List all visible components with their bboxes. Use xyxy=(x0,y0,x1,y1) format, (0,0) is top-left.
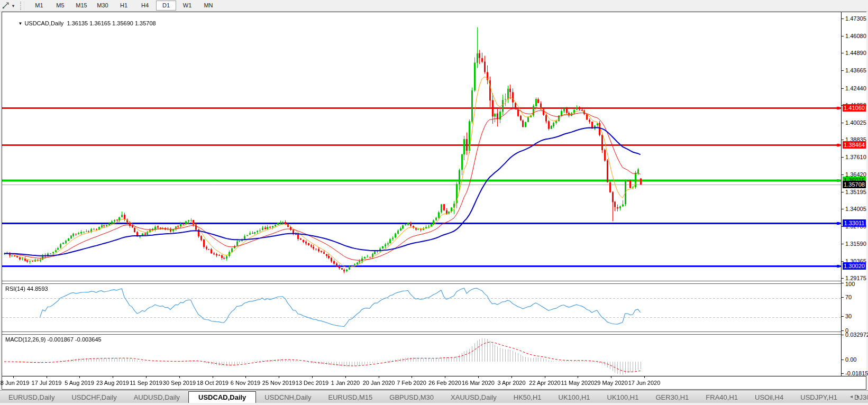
rsi-axis-tick-label: 70 xyxy=(845,294,852,301)
chart-tab-xauusd-daily[interactable]: XAUUSD,Daily xyxy=(442,392,505,403)
date-axis-label: 22 Apr 2020 xyxy=(529,380,560,386)
timeframe-button-h1[interactable]: H1 xyxy=(114,1,134,11)
timeframe-button-mn[interactable]: MN xyxy=(198,1,218,11)
price-axis-tick-label: 1.44890 xyxy=(845,50,866,57)
status-strip xyxy=(0,403,868,405)
chart-tab-eurusd-daily[interactable]: EURUSD,Daily xyxy=(0,392,63,403)
tab-scroll-arrows[interactable]: ◂▸ xyxy=(850,393,864,399)
chart-tab-usoil-h4[interactable]: USOil,H4 xyxy=(746,392,792,403)
macd-axis-tick xyxy=(842,360,844,360)
timeframe-toolbar: M1M5M15M30H1H4D1W1MN xyxy=(29,1,219,11)
date-axis-label: 20 Jan 2020 xyxy=(363,380,395,386)
current-price-tag: 1.35708 xyxy=(843,181,866,188)
date-axis-label: 30 Sep 2019 xyxy=(163,380,196,386)
price-axis-tick xyxy=(842,123,844,123)
chart-tab-fra40-h1[interactable]: FRA40,H1 xyxy=(697,392,746,403)
chart-tab-eurusd-m15[interactable]: EURUSD,M15 xyxy=(319,392,381,403)
macd-axis-tick-label: 0.032972 xyxy=(845,332,868,338)
chart-tab-ger30-h1[interactable]: GER30,H1 xyxy=(647,392,697,403)
date-axis-label: 29 May 2020 xyxy=(594,380,628,386)
date-axis-tick xyxy=(79,376,80,378)
chart-tab-uk100-h1[interactable]: UK100,H1 xyxy=(599,392,647,403)
timeframe-button-m5[interactable]: M5 xyxy=(50,1,70,11)
price-axis-tick xyxy=(842,19,844,19)
rsi-canvas[interactable] xyxy=(2,284,841,332)
chart-tab-audusd-daily[interactable]: AUDUSD,Daily xyxy=(125,392,188,403)
date-axis-tick xyxy=(245,376,246,378)
date-axis-tick xyxy=(312,376,313,378)
date-axis-tick xyxy=(644,376,645,378)
price-axis-tick xyxy=(842,157,844,158)
rsi-pane[interactable]: RSI(14) 44.8593 xyxy=(2,284,841,332)
price-axis-tick xyxy=(842,88,844,89)
rsi-axis-tick xyxy=(842,330,844,331)
price-axis-tick-label: 1.34005 xyxy=(845,206,866,213)
price-axis-tick xyxy=(842,261,844,262)
macd-axis-tick xyxy=(842,373,844,374)
timeframe-button-h4[interactable]: H4 xyxy=(135,1,155,11)
timeframe-button-m30[interactable]: M30 xyxy=(93,1,113,11)
rsi-axis-tick xyxy=(842,297,844,298)
chart-panes: ▼USDCAD,Daily 1.36135 1.36165 1.35690 1.… xyxy=(2,12,841,378)
chart-tab-usdcnh-daily[interactable]: USDCNH,Daily xyxy=(256,392,319,403)
price-chart-canvas[interactable] xyxy=(2,12,841,281)
date-axis-tick xyxy=(47,376,47,378)
chart-tool-icon[interactable] xyxy=(1,2,10,10)
date-axis-label: 11 May 2020 xyxy=(561,380,595,386)
chart-tool-dropdown-icon[interactable]: ▾ xyxy=(10,3,17,8)
date-axis-label: 3 Apr 2020 xyxy=(497,380,525,386)
price-axis-tick-label: 1.43665 xyxy=(845,67,866,74)
date-axis-label: 17 Jun 2020 xyxy=(628,380,661,386)
macd-axis-tick xyxy=(842,335,844,335)
date-axis-label: 16 Mar 2020 xyxy=(462,380,495,386)
price-axis-tick-label: 1.42440 xyxy=(845,85,866,92)
date-axis-tick xyxy=(179,376,180,378)
date-axis-tick xyxy=(478,376,479,378)
date-axis-label: 28 Jun 2019 xyxy=(0,380,29,386)
price-axis-tick xyxy=(842,53,844,53)
price-axis-tick xyxy=(842,70,844,71)
date-axis-tick xyxy=(113,376,113,378)
chart-tab-hk50-h1[interactable]: HK50,H1 xyxy=(505,392,550,403)
chart-tab-uk100-h1[interactable]: UK100,H1 xyxy=(550,392,599,403)
level-price-tag: 1.30020 xyxy=(843,262,866,270)
macd-axis-tick-label: 0.00 xyxy=(845,356,856,363)
chart-window: ▼USDCAD,Daily 1.36135 1.36165 1.35690 1.… xyxy=(2,12,866,390)
chart-tool-glyph xyxy=(2,2,9,9)
price-axis-tick-label: 1.37610 xyxy=(845,154,866,161)
date-axis-tick xyxy=(611,376,611,378)
macd-pane[interactable]: MACD(12,26,9) -0.001867 -0.003645 xyxy=(2,335,841,378)
date-axis-label: 7 Feb 2020 xyxy=(397,380,426,386)
rsi-axis-tick-label: 30 xyxy=(845,313,852,320)
date-axis-tick xyxy=(511,376,512,378)
date-axis[interactable]: 28 Jun 201917 Jul 20195 Aug 201923 Aug 2… xyxy=(2,376,866,389)
price-axis-tick-label: 1.31590 xyxy=(845,241,866,247)
chart-tab-gbpusd-m30[interactable]: GBPUSD,M30 xyxy=(381,392,442,403)
macd-label: MACD(12,26,9) -0.001867 -0.003645 xyxy=(5,336,102,343)
level-price-tag: 1.33011 xyxy=(843,219,866,227)
price-axis[interactable]: 1.473051.460801.448901.436651.424401.412… xyxy=(841,12,866,376)
date-axis-label: 23 Aug 2019 xyxy=(96,380,129,386)
chart-tab-usdcad-daily[interactable]: USDCAD,Daily xyxy=(188,391,256,404)
timeframe-button-d1[interactable]: D1 xyxy=(156,1,176,11)
tab-scroll-left-icon[interactable]: ◂ xyxy=(850,393,857,399)
date-axis-label: 6 Nov 2019 xyxy=(231,380,260,386)
tab-scroll-right-icon[interactable]: ▸ xyxy=(857,393,864,399)
toolbar-grip[interactable] xyxy=(20,2,24,10)
timeframe-button-m15[interactable]: M15 xyxy=(71,1,92,11)
chart-title-marker-icon: ▼ xyxy=(18,21,22,26)
chart-title-symbol: USDCAD,Daily xyxy=(24,20,63,26)
timeframe-button-m1[interactable]: M1 xyxy=(29,1,49,11)
rsi-label: RSI(14) 44.8593 xyxy=(5,286,48,292)
chart-tab-usdchf-daily[interactable]: USDCHF,Daily xyxy=(63,392,125,403)
date-axis-tick xyxy=(412,376,412,378)
rsi-axis-tick xyxy=(842,283,844,283)
price-axis-tick xyxy=(842,140,844,140)
price-pane[interactable]: ▼USDCAD,Daily 1.36135 1.36165 1.35690 1.… xyxy=(2,12,841,281)
date-axis-tick xyxy=(213,376,213,378)
timeframe-button-w1[interactable]: W1 xyxy=(177,1,197,11)
date-axis-label: 5 Aug 2019 xyxy=(65,380,94,386)
macd-canvas[interactable] xyxy=(2,335,841,378)
chart-tab-usdjpy-h1[interactable]: USDJPY,H1 xyxy=(792,392,846,403)
price-axis-tick xyxy=(842,244,844,244)
